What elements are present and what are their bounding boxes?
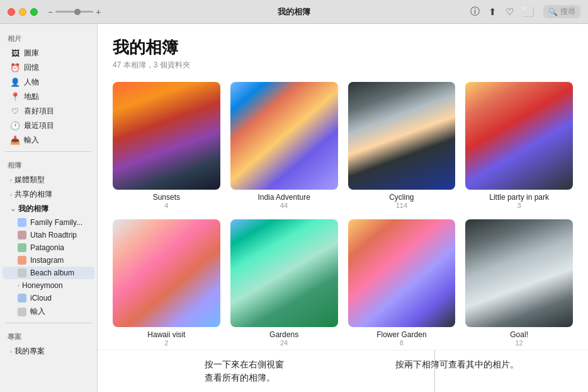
beach-thumb [18, 268, 26, 277]
sunsets-image [113, 82, 220, 190]
favorites-label: 喜好項目 [24, 106, 54, 117]
shared-label: 共享的相簿 [14, 189, 52, 200]
instagram-label: Instagram [30, 256, 64, 265]
recent-icon: 🕐 [10, 121, 20, 131]
window-title: 我的相簿 [278, 6, 310, 18]
slider-thumb[interactable] [74, 9, 81, 15]
memories-icon: ⏰ [10, 63, 20, 73]
india-name: India Adventure [257, 193, 310, 202]
party-thumb [465, 82, 573, 190]
instagram-thumb [18, 256, 26, 265]
sunsets-count: 4 [164, 202, 168, 209]
zoom-in-icon[interactable]: + [96, 7, 101, 17]
titlebar: − + 我的相簿 ⓘ ⬆ ♡ ⬜ 🔍 搜尋 [0, 0, 588, 24]
sidebar-group-media-types[interactable]: › 媒體類型 [3, 173, 94, 187]
search-label: 搜尋 [560, 6, 575, 17]
sidebar-item-import[interactable]: 📥 輸入 [3, 133, 94, 147]
library-icon: 🖼 [10, 49, 20, 59]
sidebar: 相片 🖼 圖庫 ⏰ 回憶 👤 人物 📍 地點 ♡ 喜好項目 🕐 最近項目 📥 輸… [0, 24, 98, 392]
annotation-area: 按一下來在右側視窗查看所有的相簿。 按兩下相簿可查看其中的相片。 [98, 350, 588, 392]
sidebar-sub-instagram[interactable]: Instagram [3, 254, 94, 267]
annotation-left-text: 按一下來在右側視窗查看所有的相簿。 [205, 359, 284, 383]
people-icon: 👤 [10, 78, 20, 88]
gardens-name: Gardens [269, 330, 298, 339]
sidebar-sub-icloud[interactable]: iCloud [3, 292, 94, 304]
goal-name: Goal! [510, 330, 528, 339]
page-title: 我的相簿 [113, 37, 573, 59]
utah-thumb [18, 231, 26, 239]
heart-icon[interactable]: ♡ [506, 6, 514, 18]
content-wrapper: 我的相簿 47 本相簿，3 個資料夾 Sunsets 4 India Adven… [98, 24, 588, 392]
sidebar-sub-import2[interactable]: 輸入 [3, 304, 94, 319]
india-thumb [230, 82, 338, 190]
chevron-right-icon-2: › [10, 192, 12, 198]
favorites-icon: ♡ [10, 107, 20, 117]
album-item-sunsets[interactable]: Sunsets 4 [113, 82, 220, 209]
sidebar-group-my-project[interactable]: › 我的專案 [3, 344, 94, 359]
party-count: 3 [517, 202, 521, 209]
import2-label: 輸入 [30, 306, 45, 317]
party-name: Little party in park [489, 193, 549, 202]
goal-count: 12 [516, 339, 523, 347]
sidebar-sub-utah[interactable]: Utah Roadtrip [3, 229, 94, 241]
sidebar-sub-honeymoon[interactable]: › Honeymoon [3, 279, 94, 292]
album-item-india[interactable]: India Adventure 44 [230, 82, 338, 209]
sidebar-expert-header: 專案 [0, 327, 97, 344]
beach-label: Beach album [30, 268, 74, 277]
share-icon[interactable]: ⬆ [489, 6, 497, 18]
album-item-hawaii[interactable]: Hawaii visit 2 [113, 219, 220, 347]
sidebar-divider-1 [5, 151, 92, 152]
family-label: Family Family... [30, 218, 82, 227]
hawaii-thumb [113, 219, 220, 327]
goal-image [465, 219, 573, 327]
sidebar-group-shared[interactable]: › 共享的相簿 [3, 187, 94, 202]
sidebar-item-places[interactable]: 📍 地點 [3, 89, 94, 104]
gardens-thumb [230, 219, 338, 327]
sidebar-sub-beach[interactable]: Beach album [3, 267, 94, 279]
flower-thumb [348, 219, 456, 327]
hawaii-name: Hawaii visit [147, 330, 185, 339]
sidebar-sub-patagonia[interactable]: Patagonia [3, 241, 94, 254]
info-icon[interactable]: ⓘ [470, 6, 480, 18]
cycling-image [348, 82, 456, 190]
hawaii-image [113, 219, 220, 327]
sidebar-item-memories[interactable]: ⏰ 回憶 [3, 61, 94, 75]
sidebar-sub-family[interactable]: Family Family... [3, 216, 94, 229]
media-types-label: 媒體類型 [14, 175, 45, 185]
chevron-right-icon-4: › [10, 349, 12, 355]
sidebar-item-favorites[interactable]: ♡ 喜好項目 [3, 104, 94, 118]
zoom-out-icon[interactable]: − [48, 7, 53, 17]
zoom-slider[interactable]: − + [48, 7, 101, 17]
slideshow-icon[interactable]: ⬜ [523, 6, 534, 18]
search-box[interactable]: 🔍 搜尋 [543, 5, 580, 18]
album-item-cycling[interactable]: Cycling 114 [348, 82, 456, 209]
sidebar-item-people[interactable]: 👤 人物 [3, 75, 94, 89]
sidebar-item-library[interactable]: 🖼 圖庫 [3, 46, 94, 61]
chevron-right-icon-3: › [18, 282, 20, 289]
album-item-party[interactable]: Little party in park 3 [465, 82, 573, 209]
annotation-divider [434, 350, 435, 392]
slider-track[interactable] [55, 11, 93, 13]
places-icon: 📍 [10, 92, 20, 102]
sidebar-item-recent[interactable]: 🕐 最近項目 [3, 118, 94, 133]
album-item-goal[interactable]: Goal! 12 [465, 219, 573, 347]
album-item-flower[interactable]: Flower Garden 8 [348, 219, 456, 347]
fullscreen-button[interactable] [30, 8, 38, 16]
search-icon: 🔍 [548, 8, 558, 16]
library-label: 圖庫 [24, 48, 39, 59]
party-image [465, 82, 573, 190]
titlebar-actions: ⓘ ⬆ ♡ ⬜ 🔍 搜尋 [470, 5, 580, 18]
traffic-lights [8, 8, 38, 16]
album-item-gardens[interactable]: Gardens 24 [230, 219, 338, 347]
sidebar-group-my-albums[interactable]: ⌄ 我的相簿 [3, 202, 94, 216]
content-area: 我的相簿 47 本相簿，3 個資料夾 Sunsets 4 India Adven… [98, 24, 588, 350]
close-button[interactable] [8, 8, 15, 16]
india-count: 44 [280, 202, 288, 209]
import2-thumb [18, 308, 26, 316]
minimize-button[interactable] [19, 8, 26, 16]
gardens-image [230, 219, 338, 327]
annotation-right-text: 按兩下相簿可查看其中的相片。 [395, 359, 519, 369]
my-project-label: 我的專案 [14, 346, 45, 357]
goal-thumb [465, 219, 573, 327]
my-albums-label: 我的相簿 [18, 204, 48, 214]
